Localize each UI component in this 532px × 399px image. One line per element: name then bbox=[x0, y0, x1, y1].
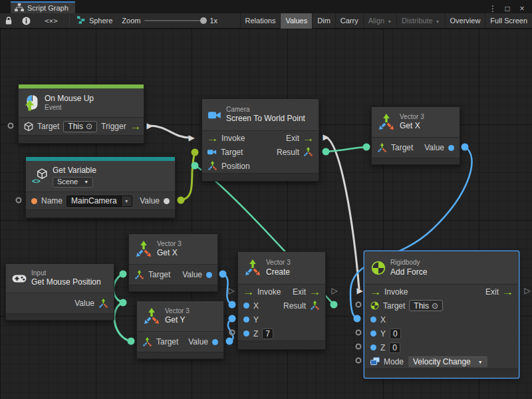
create-value-field[interactable]: 7 bbox=[262, 329, 273, 339]
get-variable-kind-dropdown[interactable]: Scene▼ bbox=[53, 177, 93, 188]
wire-mouse-to-gety[interactable] bbox=[114, 303, 131, 341]
close-icon[interactable]: × bbox=[516, 4, 528, 13]
get-variable-dropdown[interactable]: MainCamera▼ bbox=[66, 196, 132, 207]
on-mouse-up-target-port[interactable] bbox=[8, 123, 14, 129]
menu-icon[interactable]: ⋮ bbox=[487, 4, 499, 13]
node-get-y[interactable]: Vector 3Get Y TargetValue bbox=[136, 301, 224, 359]
zoom-value: 1x bbox=[209, 17, 217, 25]
port-label: Trigger bbox=[101, 122, 126, 131]
node-get-x-2[interactable]: Vector 3Get X TargetValue bbox=[128, 233, 218, 292]
get-variable-value-port[interactable] bbox=[178, 197, 185, 204]
toolbar-button-dim[interactable]: Dim bbox=[312, 13, 335, 29]
target-picker-icon[interactable]: ⊙ bbox=[86, 122, 92, 131]
create-result-port[interactable] bbox=[331, 301, 338, 309]
toolbar-button-distribute[interactable]: Distribute▼ bbox=[396, 13, 444, 29]
get-x-2-value-port[interactable] bbox=[219, 271, 227, 278]
node-title: Get X bbox=[400, 121, 424, 131]
node-header[interactable]: Vector 3Get Y bbox=[137, 301, 223, 332]
node-title: Get Mouse Position bbox=[31, 277, 101, 287]
get-y-target-port[interactable] bbox=[128, 338, 135, 345]
node-on-mouse-up[interactable]: On Mouse UpEvent TargetThis⊙Trigger→ bbox=[18, 84, 144, 144]
get-mouse-position-value-port[interactable] bbox=[120, 299, 127, 307]
maximize-icon[interactable]: □ bbox=[501, 4, 513, 13]
chevron-down-icon: ▼ bbox=[387, 19, 392, 24]
node-header[interactable]: CameraScreen To World Point bbox=[202, 99, 319, 131]
wire-variable-to-target[interactable] bbox=[181, 153, 195, 200]
create-exit-port[interactable]: ▷ bbox=[331, 287, 337, 295]
add-force-target-port[interactable] bbox=[356, 302, 362, 308]
node-header[interactable]: Vector 3Get X bbox=[129, 234, 217, 265]
node-get-x-1[interactable]: Vector 3Get X TargetValue bbox=[371, 106, 460, 165]
tab-script-graph[interactable]: Script Graph bbox=[11, 1, 75, 13]
wire-trigger-to-invoke[interactable] bbox=[150, 126, 190, 138]
wire-mouse-to-getx2[interactable] bbox=[114, 274, 123, 303]
port-label: Target bbox=[156, 337, 178, 346]
node-header[interactable]: <> Get VariableScene▼ bbox=[26, 161, 175, 192]
add-force-z-port[interactable] bbox=[356, 344, 362, 350]
add-force-exit-port[interactable]: ▷ bbox=[524, 287, 530, 295]
add-force-invoke-port[interactable]: ▶ bbox=[356, 287, 362, 295]
node-footer bbox=[26, 209, 175, 217]
port-label: Y bbox=[253, 315, 259, 325]
on-mouse-up-trigger-port[interactable]: ▶ bbox=[146, 122, 152, 130]
node-add-force[interactable]: RigidbodyAdd Force →InvokeExit→ TargetTh… bbox=[364, 251, 519, 378]
node-screen-to-world-point[interactable]: CameraScreen To World Point →InvokeExit→… bbox=[201, 98, 319, 182]
info-icon[interactable] bbox=[17, 13, 35, 29]
on-mouse-up-this-pill[interactable]: This⊙ bbox=[63, 121, 97, 132]
port-label: Result bbox=[283, 301, 306, 311]
get-x-2-target-port[interactable] bbox=[120, 271, 127, 278]
lock-icon[interactable] bbox=[0, 13, 17, 29]
get-x-1-value-port[interactable] bbox=[462, 144, 469, 151]
node-footer bbox=[137, 352, 223, 358]
add-force-y-port[interactable] bbox=[356, 330, 362, 336]
toolbar-button-align[interactable]: Align▼ bbox=[363, 13, 396, 29]
create-x-port[interactable] bbox=[229, 301, 236, 309]
add-force-dropdown[interactable]: Velocity Change▼ bbox=[408, 356, 488, 368]
add-force-value-field[interactable]: 0 bbox=[389, 342, 400, 353]
node-subtitle: Camera bbox=[226, 106, 305, 114]
toolbar-button-carry[interactable]: Carry bbox=[335, 13, 363, 29]
toolbar-button-overview[interactable]: Overview bbox=[445, 13, 485, 29]
target-picker-icon[interactable]: ⊙ bbox=[432, 301, 438, 311]
stwp-target-port[interactable] bbox=[192, 149, 199, 156]
zoom-slider[interactable] bbox=[144, 20, 205, 21]
node-header[interactable]: InputGet Mouse Position bbox=[6, 264, 114, 293]
stwp-exit-port[interactable]: ▶ bbox=[323, 133, 329, 141]
chevron-down-icon: ▼ bbox=[436, 19, 440, 24]
node-header[interactable]: Vector 3Get X bbox=[372, 107, 460, 138]
wire-exit-to-addforce-invoke[interactable] bbox=[326, 137, 359, 289]
get-x-1-target-port[interactable] bbox=[363, 144, 370, 151]
add-force-x-port[interactable] bbox=[354, 315, 361, 323]
toolbar-button-full-screen[interactable]: Full Screen bbox=[485, 13, 532, 29]
toolbar-button-relations[interactable]: Relations bbox=[240, 13, 281, 29]
create-invoke-port[interactable]: ▷ bbox=[228, 287, 234, 295]
create-z-port[interactable] bbox=[229, 330, 235, 336]
port-label: Exit bbox=[286, 134, 299, 143]
port-label: Target bbox=[383, 301, 405, 311]
breadcrumb[interactable]: Sphere bbox=[72, 16, 118, 25]
node-get-mouse-position[interactable]: InputGet Mouse Position Value bbox=[5, 263, 114, 321]
zoom-slider-handle[interactable] bbox=[200, 17, 207, 24]
create-y-port[interactable] bbox=[229, 315, 236, 323]
wire-result-to-getx1[interactable] bbox=[326, 147, 366, 152]
node-header[interactable]: Vector 3Create bbox=[238, 252, 325, 285]
dot-blue-icon bbox=[243, 303, 249, 309]
port-label: Value bbox=[188, 337, 208, 346]
toolbar-button-values[interactable]: Values bbox=[280, 13, 312, 29]
add-force-this-pill[interactable]: This⊙ bbox=[409, 300, 443, 311]
get-y-value-port[interactable] bbox=[226, 338, 233, 345]
node-port-row: NameMainCamera▼Value bbox=[26, 192, 175, 209]
stwp-position-port[interactable] bbox=[192, 162, 199, 170]
graph-canvas[interactable]: On Mouse UpEvent TargetThis⊙Trigger→ <> … bbox=[0, 29, 532, 399]
node-create[interactable]: Vector 3Create →InvokeExit→XResult YZ7 bbox=[237, 251, 326, 350]
vector3-icon bbox=[378, 114, 395, 131]
node-header[interactable]: On Mouse UpEvent bbox=[19, 88, 144, 118]
stwp-invoke-port[interactable]: ▶ bbox=[188, 134, 194, 142]
node-get-variable[interactable]: <> Get VariableScene▼ NameMainCamera▼Val… bbox=[25, 156, 176, 218]
stwp-result-port[interactable] bbox=[323, 148, 330, 156]
add-force-value-field[interactable]: 0 bbox=[390, 329, 401, 339]
code-icon[interactable]: <×> bbox=[35, 13, 67, 29]
node-header[interactable]: RigidbodyAdd Force bbox=[365, 252, 518, 285]
add-force-mode-port[interactable] bbox=[356, 358, 362, 364]
get-variable-name-port[interactable] bbox=[16, 198, 22, 203]
